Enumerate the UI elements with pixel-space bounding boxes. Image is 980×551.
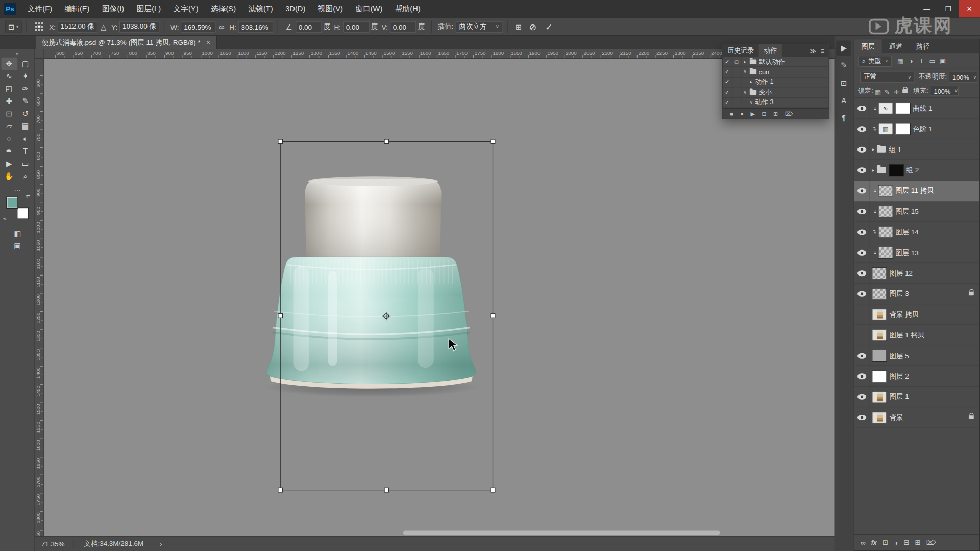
layer-name[interactable]: 图层 1 拷贝 (889, 330, 924, 339)
menu-item-7[interactable]: 3D(D) (279, 0, 312, 17)
layer-name[interactable]: 组 1 (889, 144, 901, 154)
layer-thumbnail[interactable] (872, 308, 887, 320)
layer-thumbnail[interactable] (872, 370, 887, 382)
clone-stamp-tool[interactable]: ⊡ (1, 108, 17, 120)
lock-pixels-icon[interactable]: ✎ (885, 88, 890, 95)
new-set-icon[interactable]: ⊟ (762, 111, 766, 117)
levels-adjustment-icon[interactable]: ▥ (878, 123, 893, 135)
channels-tab[interactable]: 通道 (882, 39, 910, 53)
status-options-icon[interactable]: › (160, 540, 162, 548)
shape-tool[interactable]: ▭ (17, 158, 34, 170)
add-mask-icon[interactable]: ⊡ (883, 539, 888, 547)
delete-action-icon[interactable]: ⌦ (785, 111, 793, 117)
stop-icon[interactable]: ■ (730, 111, 733, 117)
link-dimensions-icon[interactable]: ∞ (219, 22, 224, 31)
visibility-toggle[interactable] (854, 284, 869, 304)
action-dialog-toggle[interactable] (732, 78, 741, 87)
bottle-cap-image[interactable] (264, 176, 479, 397)
layer-row[interactable]: ↴∿曲线 1 (854, 98, 979, 118)
relative-position-icon[interactable]: △ (101, 22, 106, 31)
fill-field[interactable]: 100% (930, 86, 959, 96)
layer-thumbnail[interactable] (872, 391, 887, 403)
visibility-toggle[interactable] (854, 366, 869, 386)
ref-dot[interactable] (38, 22, 40, 24)
layer-row[interactable]: ▸组 2 (854, 160, 979, 180)
actions-tab[interactable]: 动作 (759, 44, 782, 57)
link-layers-icon[interactable]: ∞ (861, 539, 866, 546)
visibility-toggle[interactable] (854, 407, 869, 427)
crop-tool[interactable]: ◰ (1, 83, 17, 95)
layer-row[interactable]: 图层 2 (854, 366, 979, 387)
layer-name[interactable]: 图层 11 拷贝 (895, 186, 934, 195)
group-expand-icon[interactable]: ▸ (872, 146, 874, 152)
close-button[interactable]: ✕ (959, 0, 980, 17)
warp-mode-icon[interactable]: ⊞ (516, 22, 522, 31)
layer-thumbnail[interactable] (872, 329, 887, 341)
menu-item-6[interactable]: 滤镜(T) (242, 0, 279, 17)
path-selection-tool[interactable]: ▶ (1, 158, 17, 170)
rotation-field[interactable]: 0.00 (296, 21, 322, 32)
brush-settings-icon[interactable]: ✎ (836, 58, 851, 73)
transform-handle-se[interactable] (491, 488, 495, 492)
layer-style-icon[interactable]: fx (871, 539, 877, 546)
height-scale-field[interactable]: 303.16% (238, 21, 273, 32)
menu-item-10[interactable]: 帮助(H) (389, 0, 427, 17)
visibility-toggle[interactable] (854, 263, 869, 283)
layer-row[interactable]: 图层 12 (854, 263, 979, 284)
action-dialog-toggle[interactable] (732, 88, 741, 97)
action-expand-icon[interactable]: ∨ (741, 69, 749, 74)
visibility-toggle[interactable] (854, 222, 869, 242)
v-skew-field[interactable]: 0.00 (390, 21, 416, 32)
lock-all-icon[interactable] (902, 89, 908, 92)
action-row[interactable]: ✓▸动作 1 (723, 78, 829, 88)
visibility-toggle[interactable] (854, 119, 869, 139)
foreground-color-swatch[interactable] (7, 197, 17, 208)
restore-button[interactable]: ❐ (938, 0, 959, 17)
action-expand-icon[interactable]: ▸ (741, 59, 749, 64)
layer-row[interactable]: 图层 1 (854, 387, 979, 407)
layer-row[interactable]: ↴图层 11 拷贝 (854, 181, 979, 201)
transform-handle-s[interactable] (384, 488, 389, 492)
layer-row[interactable]: 图层 1 拷贝 (854, 325, 979, 345)
layer-row[interactable]: 背景 拷贝 (854, 304, 979, 324)
transform-handle-e[interactable] (491, 314, 495, 318)
filter-pixel-layers-icon[interactable]: ▦ (896, 58, 904, 64)
marquee-tool[interactable]: ▢ (17, 58, 34, 70)
action-row[interactable]: ✓∨动作 3 (723, 98, 829, 108)
transform-handle-nw[interactable] (278, 139, 283, 144)
ref-dot[interactable] (41, 29, 43, 31)
cancel-transform-button[interactable]: ⊘ (529, 21, 536, 32)
layer-name[interactable]: 图层 13 (895, 248, 919, 257)
action-expand-icon[interactable]: ▸ (747, 80, 755, 85)
horizontal-scrollbar[interactable] (403, 531, 720, 535)
layer-mask-thumbnail[interactable] (895, 102, 910, 114)
layer-name[interactable]: 图层 5 (889, 351, 909, 360)
reference-point-locator[interactable] (35, 22, 43, 31)
layer-name[interactable]: 图层 14 (895, 227, 919, 236)
layer-name[interactable]: 背景 拷贝 (889, 310, 919, 319)
layer-name[interactable]: 曲线 1 (913, 104, 932, 113)
eyedropper-tool[interactable]: ✑ (17, 83, 34, 95)
visibility-toggle[interactable] (854, 160, 869, 180)
group-expand-icon[interactable]: ▸ (872, 167, 874, 173)
action-check-icon[interactable]: ✓ (723, 98, 733, 108)
transform-handle-w[interactable] (278, 314, 283, 318)
filter-shape-layers-icon[interactable]: ▭ (928, 58, 936, 64)
menu-item-2[interactable]: 图像(I) (96, 0, 131, 17)
new-layer-icon[interactable]: ⊞ (915, 539, 920, 547)
commit-transform-button[interactable]: ✓ (545, 21, 552, 32)
layer-row[interactable]: ↴图层 13 (854, 242, 979, 263)
layer-row[interactable]: 背景 (854, 407, 979, 428)
close-tab-icon[interactable]: × (206, 38, 211, 47)
x-position-field[interactable]: 1512.00 像 (58, 21, 97, 32)
action-row[interactable]: ✓∨变小 (723, 88, 829, 98)
transform-handle-sw[interactable] (278, 488, 283, 492)
new-action-icon[interactable]: ⊞ (773, 111, 778, 117)
menu-item-0[interactable]: 文件(F) (21, 0, 59, 17)
visibility-toggle[interactable] (854, 304, 869, 324)
quick-mask-icon[interactable]: ◧ (14, 229, 21, 238)
layer-thumbnail[interactable] (872, 411, 887, 423)
action-check-icon[interactable]: ✓ (723, 78, 733, 87)
delete-layer-icon[interactable]: ⌦ (926, 539, 936, 547)
blend-mode-select[interactable]: 正常 (860, 71, 915, 82)
